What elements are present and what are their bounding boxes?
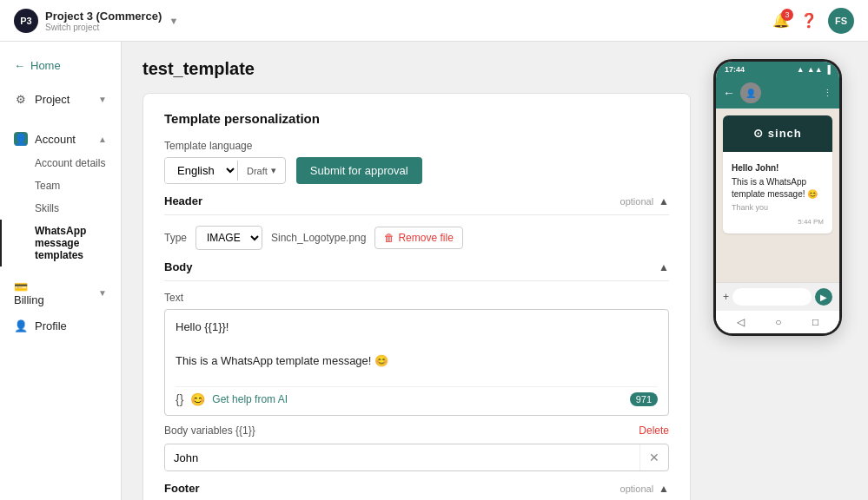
account-chevron-icon: ▲ — [98, 135, 107, 144]
code-icon-button[interactable]: {} — [176, 392, 183, 406]
draft-chevron-icon: ▾ — [271, 165, 276, 176]
type-row: Type IMAGE Sinch_Logotype.png 🗑 Remove f… — [164, 226, 669, 250]
user-avatar-button[interactable]: FS — [828, 8, 854, 34]
phone-preview: 17:44 ▲ ▲▲ ▐ ← 👤 ⋮ — [708, 59, 847, 483]
clear-variable-button[interactable]: ✕ — [639, 444, 668, 470]
profile-icon: 👤 — [14, 319, 28, 332]
language-section: Template language English Draft ▾ Submit… — [164, 140, 669, 184]
wifi-icon: ▲ — [797, 65, 805, 74]
sinch-logo-area: ⊙ sinch — [723, 115, 832, 152]
phone-status-icons: ▲ ▲▲ ▐ — [797, 65, 831, 74]
phone-chat-body: ⊙ sinch Hello John! This is a WhatsApp t… — [716, 109, 839, 282]
ai-help-link[interactable]: Get help from AI — [212, 393, 622, 405]
phone-chat-header: ← 👤 ⋮ — [716, 77, 839, 109]
project-logo: P3 — [14, 9, 38, 33]
chat-line1: Hello John! — [732, 162, 824, 174]
phone-message-input[interactable] — [732, 288, 812, 306]
sidebar-billing-item[interactable]: 💳 Billing ▼ — [0, 273, 121, 312]
language-select[interactable]: English — [165, 158, 237, 183]
project-chevron-icon: ▼ — [98, 95, 107, 104]
sidebar-whatsapp-templates[interactable]: WhatsApp message templates — [0, 220, 121, 266]
body-collapse-button[interactable]: ▲ — [659, 261, 669, 273]
battery-icon: ▐ — [825, 65, 831, 74]
sidebar-account-section: 👤 Account ▲ Account details Team Skills … — [0, 119, 121, 273]
sidebar-billing-label: Billing — [14, 293, 44, 306]
phone-send-button[interactable]: ▶ — [815, 288, 832, 306]
sidebar-profile-item[interactable]: 👤 Profile — [0, 312, 121, 339]
panel-title: Template personalization — [164, 111, 669, 126]
sidebar-project-item[interactable]: ⚙ Project ▼ — [0, 86, 121, 112]
footer-collapse-button[interactable]: ▲ — [659, 483, 669, 495]
chat-message-bubble: ⊙ sinch Hello John! This is a WhatsApp t… — [723, 115, 832, 234]
phone-status-bar: 17:44 ▲ ▲▲ ▐ — [716, 62, 839, 77]
header-collapse-button[interactable]: ▲ — [659, 195, 669, 207]
char-count: 971 — [630, 392, 658, 406]
sidebar-project-section: ⚙ Project ▼ — [0, 79, 121, 119]
sidebar-project-label: Project — [35, 93, 70, 106]
trash-icon: 🗑 — [384, 232, 394, 244]
sidebar: ← Home ⚙ Project ▼ 👤 Account ▲ Accou — [0, 42, 122, 500]
body-section-header: Body ▲ — [164, 260, 669, 273]
header-optional: optional — [620, 196, 654, 207]
type-select[interactable]: IMAGE — [195, 226, 262, 250]
project-chevron-icon: ▼ — [169, 16, 178, 26]
footer-right: optional ▲ — [620, 483, 669, 495]
sidebar-project-left: ⚙ Project — [14, 92, 70, 106]
page-title: test_template — [142, 59, 691, 79]
emoji-icon-button[interactable]: 😊 — [190, 392, 205, 406]
submit-button[interactable]: Submit for approval — [296, 157, 422, 184]
chat-time: 5:44 PM — [732, 217, 824, 227]
recents-nav-icon: □ — [812, 316, 818, 328]
help-button[interactable]: ❓ — [800, 12, 818, 29]
phone-time: 17:44 — [725, 65, 745, 74]
footer-optional: optional — [620, 484, 654, 494]
remove-file-button[interactable]: 🗑 Remove file — [374, 227, 462, 249]
sidebar-home-label: Home — [30, 59, 61, 72]
layout: ← Home ⚙ Project ▼ 👤 Account ▲ Accou — [0, 42, 868, 500]
plus-icon: + — [723, 291, 729, 303]
delete-link[interactable]: Delete — [639, 424, 669, 437]
lang-row: English Draft ▾ Submit for approval — [164, 157, 669, 184]
phone-device: 17:44 ▲ ▲▲ ▐ ← 👤 ⋮ — [713, 59, 842, 336]
phone-contact-avatar: 👤 — [740, 82, 761, 103]
lang-select-wrap: English Draft ▾ — [164, 157, 286, 184]
home-nav-icon: ○ — [775, 316, 781, 328]
billing-icon: 💳 — [14, 280, 28, 293]
chat-footer-text: Thank you — [732, 202, 824, 214]
variable-input[interactable] — [165, 445, 639, 470]
chat-message-text: Hello John! This is a WhatsApp template … — [732, 159, 824, 214]
header-title: Header — [164, 194, 202, 207]
project-name: Project 3 (Commerce) — [45, 10, 162, 23]
template-panel: Template personalization Template langua… — [142, 93, 691, 500]
sidebar-account-item[interactable]: 👤 Account ▲ — [0, 126, 121, 152]
vars-header: Body variables {{1}} Delete — [164, 424, 669, 437]
switch-project[interactable]: Switch project — [45, 23, 162, 32]
type-label: Type — [164, 232, 187, 244]
sidebar-account-details[interactable]: Account details — [0, 152, 121, 174]
account-icon: 👤 — [14, 132, 28, 146]
remove-file-label: Remove file — [398, 232, 453, 244]
header-divider — [164, 214, 669, 215]
draft-badge: Draft ▾ — [237, 161, 285, 181]
file-name: Sinch_Logotype.png — [271, 232, 366, 244]
phone-menu-icon: ⋮ — [823, 88, 832, 99]
send-icon: ▶ — [820, 293, 827, 302]
back-nav-icon: ◁ — [737, 316, 745, 328]
sidebar-team[interactable]: Team — [0, 174, 121, 197]
top-navbar: P3 Project 3 (Commerce) Switch project ▼… — [0, 0, 868, 42]
header-section: Header optional ▲ Type IMAGE Sinch_Logot… — [164, 194, 669, 250]
notifications-button[interactable]: 🔔 3 — [772, 12, 790, 29]
sidebar-skills[interactable]: Skills — [0, 197, 121, 220]
sidebar-home[interactable]: ← Home — [0, 52, 121, 79]
body-textarea[interactable]: Hello {{1}}! This is a WhatsApp template… — [176, 319, 658, 379]
footer-title: Footer — [164, 482, 199, 495]
body-textarea-wrap: Hello {{1}}! This is a WhatsApp template… — [164, 309, 669, 416]
footer-section-header: Footer optional ▲ — [164, 482, 669, 495]
billing-left: 💳 Billing — [14, 280, 44, 306]
signal-icon: ▲▲ — [807, 65, 823, 74]
body-section: Body ▲ Text Hello {{1}}! This is a Whats… — [164, 260, 669, 471]
phone-back-icon: ← — [723, 86, 735, 100]
body-variables-section: Body variables {{1}} Delete ✕ — [164, 424, 669, 471]
chat-line2: This is a WhatsApp template message! 😊 — [732, 176, 824, 201]
topnav-left: P3 Project 3 (Commerce) Switch project ▼ — [14, 9, 178, 33]
